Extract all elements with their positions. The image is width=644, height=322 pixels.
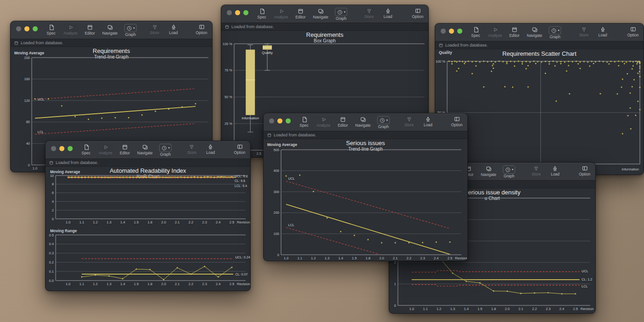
svg-text:LCL: LCL (38, 130, 44, 134)
graph-selected-control[interactable]: ▾ (377, 116, 390, 124)
graph-label: Graph (550, 35, 561, 39)
graph-label: Graph (336, 17, 347, 21)
zoom-button[interactable] (33, 26, 38, 31)
minimize-button[interactable] (449, 29, 454, 34)
traffic-lights (227, 10, 248, 15)
svg-text:1.0: 1.0 (66, 220, 70, 224)
option-button[interactable]: Option (234, 143, 246, 155)
toolbar-right: Option (412, 7, 424, 19)
sidebar-icon (629, 26, 637, 33)
zoom-button[interactable] (68, 146, 73, 151)
minimize-button[interactable] (277, 118, 282, 123)
minimize-button[interactable] (235, 10, 240, 15)
zoom-button[interactable] (243, 10, 248, 15)
chevron-down-icon: ▾ (133, 27, 135, 29)
navigate-button[interactable]: Navigate (355, 116, 371, 129)
graph-button[interactable]: ▾Graph (377, 116, 390, 129)
graph-selected-control[interactable]: ▾ (335, 8, 347, 16)
option-button[interactable]: Option (196, 23, 207, 35)
svg-text:1.0: 1.0 (33, 166, 37, 170)
graph-selected-control[interactable]: ▾ (503, 165, 515, 174)
graph-selected-control[interactable]: ▾ (124, 24, 137, 32)
editor-button[interactable]: Editor (508, 26, 520, 39)
svg-text:UCL: UCL (581, 269, 588, 273)
option-button[interactable]: Option (451, 116, 463, 127)
close-button[interactable] (441, 29, 446, 34)
play-icon (277, 8, 285, 15)
chevron-down-icon: ▾ (558, 29, 559, 32)
graph-selected-control[interactable]: ▾ (159, 144, 172, 152)
editor-icon (86, 24, 94, 31)
spec-button[interactable]: Spec (470, 26, 482, 39)
load-button[interactable]: Load (549, 165, 561, 176)
editor-button[interactable]: Editor (119, 144, 131, 157)
graph-button[interactable]: ▾Graph (124, 24, 137, 37)
svg-text:2.5: 2.5 (573, 307, 578, 311)
editor-button[interactable]: Editor (294, 8, 306, 21)
svg-text:50 %: 50 % (224, 95, 232, 99)
analyze-label: Analyze (98, 151, 112, 155)
play-icon (491, 26, 499, 33)
graph-button[interactable]: ▾Graph (159, 144, 172, 157)
graph-button[interactable]: ▾Graph (335, 8, 347, 21)
graph-button[interactable]: ▾Graph (549, 26, 561, 39)
svg-text:2.0: 2.0 (161, 220, 166, 224)
titlebar[interactable]: Spec Analyze Editor Navigate ▾Graph Stor… (221, 5, 428, 23)
spec-button[interactable]: Spec (298, 116, 310, 129)
titlebar[interactable]: Spec Analyze Editor Navigate ▾Graph Stor… (46, 141, 250, 159)
sidebar-icon (414, 7, 422, 14)
store-label: Store (150, 31, 159, 35)
navigate-button[interactable]: Navigate (102, 24, 118, 37)
desktop: Spec Analyze Editor Navigate ▾Graph Stor… (0, 0, 644, 322)
load-label: Load (598, 33, 607, 37)
graph-selected-control[interactable]: ▾ (549, 26, 561, 35)
svg-text:1.3: 1.3 (107, 282, 111, 286)
close-button[interactable] (269, 118, 274, 123)
editor-button[interactable]: Editor (337, 116, 349, 129)
svg-text:2.1: 2.1 (393, 256, 397, 260)
option-button[interactable]: Option (579, 165, 591, 176)
titlebar[interactable]: Spec Analyze Editor Navigate ▾Graph Stor… (11, 21, 212, 39)
spec-button[interactable]: Spec (256, 8, 268, 21)
svg-text:160: 160 (24, 77, 30, 81)
graph-label: Graph (125, 33, 136, 37)
status-text: Loaded from database. (274, 133, 316, 137)
spec-button[interactable]: Spec (80, 144, 92, 157)
chevron-down-icon: ▾ (344, 11, 345, 13)
toolbar-middle: Store Load (149, 23, 179, 35)
minimize-button[interactable] (24, 26, 29, 31)
zoom-button[interactable] (457, 29, 462, 34)
load-button[interactable]: Load (205, 143, 217, 155)
option-button[interactable]: Option (627, 26, 639, 37)
titlebar[interactable]: Spec Analyze Editor Navigate ▾Graph Stor… (435, 23, 644, 41)
navigate-button[interactable]: Navigate (313, 8, 328, 21)
analyze-button: Analyze (274, 8, 288, 21)
svg-text:120: 120 (24, 99, 30, 103)
load-button[interactable]: Load (422, 116, 434, 127)
load-button[interactable]: Load (597, 26, 609, 37)
close-button[interactable] (16, 26, 21, 31)
option-button[interactable]: Option (412, 7, 424, 19)
load-button[interactable]: Load (382, 7, 394, 19)
svg-text:2.2: 2.2 (407, 256, 411, 260)
navigate-button[interactable]: Navigate (137, 144, 153, 157)
load-button[interactable]: Load (167, 23, 179, 35)
spec-button[interactable]: Spec (45, 24, 57, 37)
close-button[interactable] (227, 10, 232, 15)
editor-button[interactable]: Editor (84, 24, 96, 37)
editor-icon (339, 116, 347, 123)
svg-text:1.4: 1.4 (338, 256, 343, 260)
navigate-button[interactable]: Navigate (527, 26, 542, 39)
svg-text:2.3: 2.3 (420, 256, 425, 260)
navigate-button[interactable]: Navigate (481, 165, 496, 178)
titlebar[interactable]: Spec Analyze Editor Navigate ▾Graph Stor… (264, 113, 467, 131)
svg-text:1.5: 1.5 (352, 256, 356, 260)
minimize-button[interactable] (59, 146, 64, 151)
store-label: Store (404, 123, 414, 127)
close-button[interactable] (51, 146, 56, 151)
svg-text:1.3: 1.3 (107, 220, 111, 224)
clock-icon (126, 25, 132, 31)
graph-button[interactable]: ▾Graph (503, 165, 515, 178)
svg-text:2.0: 2.0 (161, 282, 166, 286)
zoom-button[interactable] (286, 118, 291, 123)
